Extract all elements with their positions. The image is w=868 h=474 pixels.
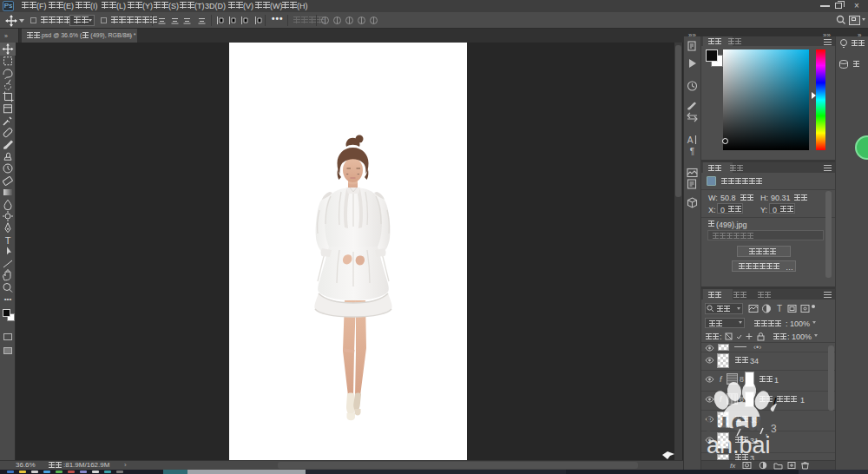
svg-text:A: A — [687, 135, 694, 145]
svg-text:an.bai: an.bai — [707, 432, 771, 458]
svg-text:3: 3 — [771, 423, 777, 435]
svg-text:•••: ••• — [4, 295, 12, 303]
svg-text:': ' — [766, 432, 767, 443]
svg-text:fx: fx — [730, 462, 736, 470]
svg-text:¶: ¶ — [690, 147, 694, 156]
svg-text:T: T — [777, 304, 782, 313]
svg-text:T: T — [5, 235, 11, 246]
